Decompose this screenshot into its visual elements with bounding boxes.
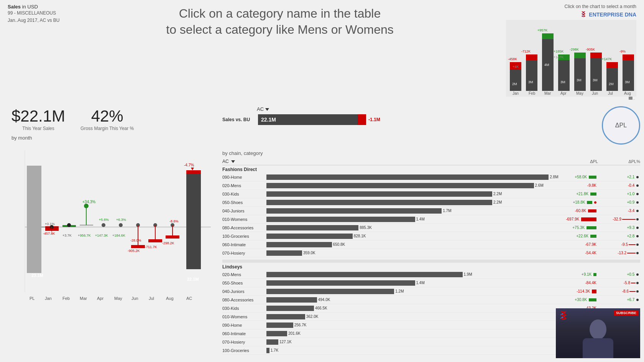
- dot-100: [636, 235, 639, 237]
- l-bar-030: 466.5K: [266, 305, 564, 311]
- l-cat-100[interactable]: 100-Groceries: [222, 348, 266, 353]
- cat-040-juniors[interactable]: 040-Juniors: [222, 209, 266, 213]
- cat-bar-060: 650.8K: [266, 242, 564, 248]
- bar-val-100: 828.1K: [354, 234, 366, 238]
- svg-text:Feb: Feb: [529, 91, 536, 95]
- svg-text:-905.2K: -905.2K: [128, 249, 140, 253]
- bar-050: [266, 200, 492, 205]
- svg-text:-712K: -712K: [521, 49, 531, 53]
- cat-030-kids[interactable]: 030-Kids: [222, 192, 266, 196]
- red-dot-050: [594, 201, 596, 204]
- l-cat-090[interactable]: 090-Home: [222, 323, 266, 327]
- sales-gauge-section: AC Sales vs. BU 22.1M -1.1M: [222, 104, 640, 148]
- svg-text:Jul: Jul: [608, 91, 613, 95]
- svg-text:-8.6%: -8.6%: [169, 219, 179, 223]
- delta-pl-circle: ΔPL: [602, 106, 640, 145]
- ac-col-label[interactable]: AC: [222, 159, 235, 164]
- svg-text:3M: 3M: [625, 80, 630, 84]
- bar-030: [266, 191, 492, 197]
- svg-text:+0.1%: +0.1%: [45, 222, 55, 226]
- cat-bar-040: 1.7M: [266, 208, 564, 214]
- l-cat-060[interactable]: 060-Intimate: [222, 331, 266, 336]
- svg-text:+5.6%: +5.6%: [99, 218, 109, 222]
- table-row: 100-Groceries 828.1K +22.6K +2.8: [222, 232, 640, 240]
- delta-070: -54.4K: [564, 251, 598, 255]
- l-cat-030[interactable]: 030-Kids: [222, 306, 266, 311]
- cat-060-int[interactable]: 060-Intimate: [222, 242, 266, 247]
- svg-text:3M: 3M: [593, 78, 598, 82]
- cat-050-shoes[interactable]: 050-Shoes: [222, 200, 266, 205]
- ac-dropdown[interactable]: AC: [257, 106, 269, 112]
- svg-point-98: [590, 319, 606, 339]
- cat-bar-030: 2.2M: [266, 191, 564, 197]
- cat-080-acc[interactable]: 080-Accessories: [222, 225, 266, 230]
- l-cat-040[interactable]: 040-Juniors: [222, 289, 266, 294]
- cat-010-womens[interactable]: 010-Womens: [222, 217, 266, 222]
- fashions-direct-name: Fashions Direct: [222, 165, 640, 173]
- bar-val-070: 359.0K: [303, 251, 315, 255]
- svg-text:23.1M: 23.1M: [31, 273, 43, 278]
- svg-text:22.1M: 22.1M: [187, 277, 199, 281]
- svg-text:AC: AC: [186, 296, 192, 301]
- chart-click-instruction: Click on the chart to select a month: [565, 4, 636, 9]
- pct-050: +0.9: [598, 200, 640, 204]
- svg-text:3M: 3M: [577, 78, 582, 82]
- svg-text:May: May: [114, 296, 122, 301]
- svg-text:+34.3%: +34.3%: [82, 200, 95, 204]
- svg-text:+956.7K: +956.7K: [78, 234, 91, 237]
- l-cat-050[interactable]: 050-Shoes: [222, 281, 266, 285]
- svg-text:Jan: Jan: [45, 296, 52, 301]
- cat-bar-100: 828.1K: [266, 233, 564, 239]
- l-cat-070[interactable]: 070-Hosiery: [222, 340, 266, 344]
- margin-value: 42%: [80, 108, 134, 124]
- monthly-chart-svg: -458K -712K +957K +185K -298K -905K +147…: [506, 20, 636, 104]
- cat-020-mens[interactable]: 020-Mens: [222, 183, 266, 188]
- l-bar-010: 362.0K: [266, 314, 564, 320]
- cat-bar-090: 2.8M: [266, 174, 564, 180]
- pct-070: -13.2: [598, 251, 640, 255]
- l-cat-020[interactable]: 020-Mens: [222, 272, 266, 277]
- cat-090-home[interactable]: 090-Home: [222, 175, 266, 179]
- big-neg-bar-010: [581, 217, 596, 221]
- cat-bar-070: 359.0K: [266, 250, 564, 256]
- line-070: [627, 253, 636, 253]
- delta-030: +21.8K: [564, 192, 598, 196]
- l-cat-010[interactable]: 010-Womens: [222, 314, 266, 319]
- pct-100: +2.8: [598, 234, 640, 238]
- svg-text:4M: 4M: [544, 63, 549, 67]
- right-header: Click on the chart to select a month ENT…: [491, 4, 636, 104]
- header-area: Sales in USD 99 - MISCELLANEOUS Jan..Aug…: [0, 0, 644, 104]
- table-row: 020-Mens 1.9M +9.1K +0.5: [222, 270, 640, 279]
- table-row: 030-Kids 2.2M +21.8K +1.0: [222, 190, 640, 198]
- svg-text:-9%: -9%: [619, 49, 626, 53]
- cat-100-groc[interactable]: 100-Groceries: [222, 234, 266, 239]
- kpi-margin: 42% Gross Margin This Year %: [80, 108, 134, 131]
- left-meta: Sales in USD 99 - MISCELLANEOUS Jan..Aug…: [8, 4, 69, 24]
- table-row: 010-Womens 1.4M -697.9K -32.9: [222, 215, 640, 224]
- cat-070-hos[interactable]: 070-Hosiery: [222, 251, 266, 255]
- l-delta-040: -114.3K: [564, 289, 598, 293]
- svg-text:Mar: Mar: [80, 296, 87, 301]
- bar-val-040: 1.7M: [443, 209, 451, 213]
- cat-bar-080: 885.3K: [266, 225, 564, 231]
- svg-text:-4.7%: -4.7%: [184, 163, 194, 167]
- delta-indicator-bar: [358, 114, 366, 125]
- sales-bar-row: Sales vs. BU 22.1M -1.1M: [222, 114, 575, 125]
- svg-text:-28.0%: -28.0%: [130, 239, 141, 242]
- sales-bar-value: 22.1M: [261, 117, 276, 123]
- delta-pl-pct-header: ΔPL%: [598, 159, 640, 164]
- subscribe-badge[interactable]: SUBSCRIBE: [614, 310, 638, 316]
- svg-text:Jun: Jun: [131, 296, 138, 301]
- l-cat-080[interactable]: 080-Accessories: [222, 298, 266, 302]
- bar-040: [266, 208, 442, 214]
- svg-rect-14: [606, 62, 618, 68]
- bar-100: [266, 234, 353, 239]
- l-pct-040: -8.6: [598, 289, 640, 293]
- monthly-chart-top[interactable]: -458K -712K +957K +185K -298K -905K +147…: [506, 20, 636, 104]
- svg-text:+185K: +185K: [554, 49, 564, 53]
- svg-text:-457.8K: -457.8K: [43, 232, 55, 235]
- kpi-row: $22.1M This Year Sales 42% Gross Margin …: [4, 104, 219, 135]
- bar-070: [266, 250, 302, 256]
- svg-point-67: [102, 223, 105, 227]
- table-row: 070-Hosiery 359.0K -54.4K -13.2: [222, 249, 640, 257]
